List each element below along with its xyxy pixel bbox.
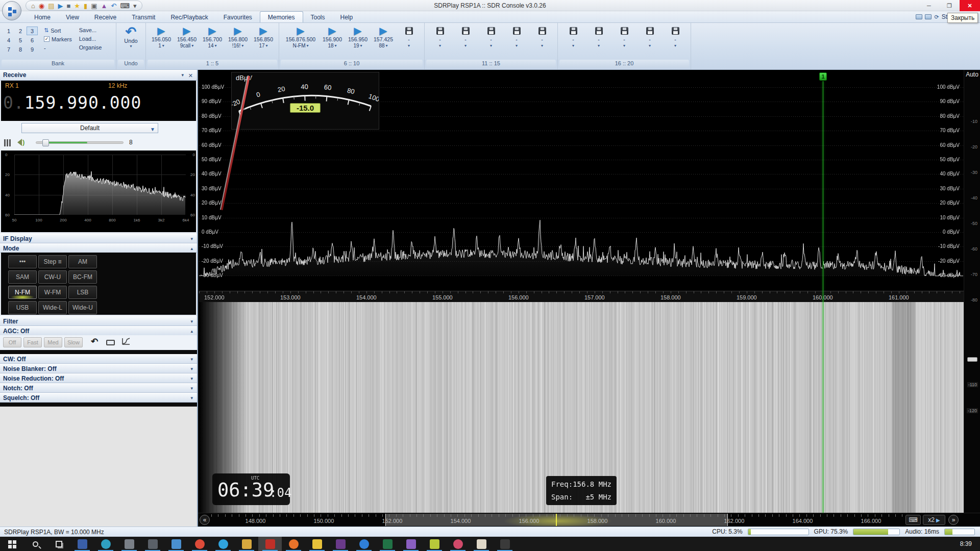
mode-button-sam[interactable]: SAM — [8, 270, 37, 284]
tab-view[interactable]: View — [58, 12, 87, 22]
agc-button-med[interactable]: Med — [44, 337, 62, 347]
speaker-icon[interactable] — [17, 139, 22, 146]
filter-section-header[interactable]: Filter ▾ — [0, 316, 197, 326]
chevron-down-icon[interactable]: ▾ — [190, 374, 193, 383]
contrast-handle[interactable] — [967, 357, 977, 362]
search-button[interactable] — [23, 537, 47, 551]
monitor-icon[interactable] — [925, 14, 932, 19]
memory-button[interactable]: -▾ — [453, 26, 478, 49]
memory-button[interactable]: ▶156.90018▾ — [320, 26, 345, 49]
app-ie[interactable] — [211, 537, 235, 551]
undo-button[interactable]: ↶ Undo ▾ — [124, 26, 137, 48]
favourite-icon[interactable]: ★ — [74, 3, 80, 9]
folder-icon[interactable]: ▤ — [48, 3, 54, 9]
undo-icon[interactable]: ↶ — [111, 3, 116, 9]
if-display-section-header[interactable]: IF Display ▾ — [0, 234, 197, 243]
memory-button[interactable]: -▾ — [612, 26, 636, 49]
mode-button-w-fm[interactable]: W-FM — [38, 286, 67, 299]
memory-tag[interactable]: ▾ — [572, 43, 574, 49]
app-device[interactable] — [141, 537, 164, 551]
play-icon[interactable]: ▶ — [58, 3, 63, 9]
memory-tag[interactable]: ▾ — [464, 43, 467, 49]
receive-panel-header[interactable]: Receive ▾ ✕ — [0, 70, 197, 81]
memory-button[interactable]: ▶156.800!16!▾ — [226, 26, 250, 49]
markers-checkbox[interactable]: ✓ — [44, 36, 50, 42]
chevron-up-icon[interactable]: ▴ — [190, 327, 193, 336]
memory-button[interactable]: ▶156.70014▾ — [200, 26, 225, 49]
app-viber[interactable] — [399, 537, 423, 551]
app-media[interactable] — [446, 537, 470, 551]
chevron-down-icon[interactable]: ▾ — [181, 70, 184, 80]
memory-tag[interactable]: 19▾ — [353, 43, 362, 49]
zoom-button[interactable]: x2▶ — [923, 515, 945, 525]
maximize-button[interactable]: ❐ — [939, 0, 960, 11]
memory-tag[interactable]: 88▾ — [379, 43, 387, 49]
mode-button-step-[interactable]: Step ≡ — [38, 255, 67, 268]
app-edge[interactable] — [352, 537, 376, 551]
more-icon[interactable]: ▾ — [133, 3, 137, 9]
agc-section-header[interactable]: AGC: Off ▴ — [0, 326, 197, 336]
spectrum-frequency-axis[interactable]: 152.000153.000154.000155.000156.000157.0… — [199, 291, 964, 302]
memory-tag[interactable]: ▾ — [439, 43, 441, 49]
equalizer-icon[interactable] — [4, 139, 12, 146]
camera-icon[interactable]: ▣ — [91, 3, 97, 9]
tab-memories[interactable]: Memories — [260, 11, 303, 22]
bank-number-5[interactable]: 5 — [15, 36, 26, 44]
chevron-down-icon[interactable]: ▾ — [190, 234, 193, 243]
marker-line[interactable] — [823, 81, 823, 513]
home-icon[interactable]: ⌂ — [31, 3, 35, 9]
bank-number-3[interactable]: 3 — [27, 27, 38, 35]
mode-button-am[interactable]: AM — [68, 255, 97, 268]
memory-button[interactable]: ▶157.42588▾ — [371, 26, 396, 49]
section-noise-blanker-off[interactable]: Noise Blanker: Off▾ — [0, 364, 197, 373]
section-cw-off[interactable]: CW: Off▾ — [0, 354, 197, 364]
app-dark[interactable] — [493, 537, 517, 551]
memory-tag[interactable]: 9call▾ — [180, 43, 194, 49]
memory-tag[interactable]: 17▾ — [259, 43, 267, 49]
save-button[interactable]: Save... — [79, 27, 102, 33]
bank-number-8[interactable]: 8 — [15, 45, 26, 54]
app-blue[interactable] — [70, 537, 94, 551]
agc-button-slow[interactable]: Slow — [64, 337, 83, 347]
frequency-display[interactable]: 0.159.990.000 — [3, 93, 141, 113]
memory-button[interactable]: ▶156.0501▾ — [149, 26, 174, 49]
audio-spectrum-canvas[interactable] — [14, 155, 186, 215]
volume-slider[interactable] — [36, 141, 124, 144]
section-notch-off[interactable]: Notch: Off▾ — [0, 383, 197, 393]
memory-button[interactable]: -▾ — [428, 26, 452, 49]
close-button[interactable]: ✕ — [960, 0, 980, 11]
app-flash[interactable] — [305, 537, 329, 551]
memory-button[interactable]: -▾ — [638, 26, 662, 49]
auto-button[interactable]: Auto — [964, 71, 980, 78]
sort-button[interactable]: ⇅Sort — [44, 27, 72, 34]
close-panel-icon[interactable]: ✕ — [188, 71, 193, 80]
tab-receive[interactable]: Receive — [87, 12, 124, 22]
app-notes[interactable] — [423, 537, 446, 551]
organise-button[interactable]: Organise — [79, 44, 102, 51]
profile-dropdown[interactable]: Default ▼ — [21, 123, 158, 133]
memory-button[interactable]: -▾ — [504, 26, 529, 49]
memory-button[interactable]: -▾ — [586, 26, 611, 49]
memory-tag[interactable]: 1▾ — [158, 43, 164, 49]
memory-tag[interactable]: ▾ — [674, 43, 676, 49]
app-sdr-console[interactable] — [258, 537, 282, 551]
tab-favourites[interactable]: Favourites — [216, 12, 260, 22]
scroll-right-button[interactable]: » — [948, 515, 959, 525]
chevron-down-icon[interactable]: ▾ — [190, 317, 193, 326]
memory-button[interactable]: ▶156.85017▾ — [251, 26, 276, 49]
memory-tag[interactable]: !16!▾ — [232, 43, 244, 49]
memory-button[interactable]: -▾ — [479, 26, 503, 49]
task-view-button[interactable] — [47, 537, 70, 551]
tab-tools[interactable]: Tools — [303, 12, 333, 22]
app-maps[interactable] — [470, 537, 493, 551]
chevron-up-icon[interactable]: ▴ — [190, 244, 193, 253]
agc-button-fast[interactable]: Fast — [23, 337, 42, 347]
app-settings[interactable] — [117, 537, 141, 551]
memory-tag[interactable]: 18▾ — [328, 43, 336, 49]
monitor-icon[interactable] — [106, 340, 115, 345]
scroll-left-button[interactable]: « — [200, 515, 210, 525]
chevron-down-icon[interactable]: ▾ — [190, 393, 193, 403]
memory-button[interactable]: -▾ — [663, 26, 688, 49]
app-excel[interactable] — [376, 537, 399, 551]
tab-help[interactable]: Help — [333, 12, 361, 22]
